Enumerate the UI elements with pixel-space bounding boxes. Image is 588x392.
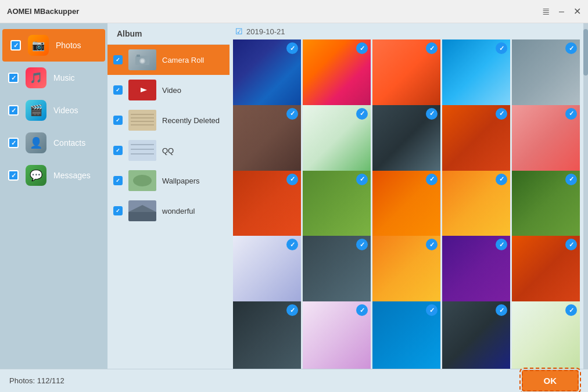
- photo-cell-3[interactable]: ✓: [372, 39, 440, 107]
- photo-cell-24[interactable]: ✓: [442, 301, 510, 369]
- videos-check: [8, 105, 19, 116]
- video-thumb: [128, 80, 156, 100]
- sidebar-item-photos[interactable]: 📷 Photos: [2, 29, 105, 62]
- minimize-icon[interactable]: –: [559, 6, 564, 17]
- qq-check: [113, 146, 123, 155]
- album-item-camera-roll[interactable]: Camera Roll: [107, 45, 230, 75]
- sidebar-item-videos[interactable]: 🎬 Videos: [0, 94, 107, 127]
- photo-cell-1[interactable]: ✓: [233, 39, 301, 107]
- photo-check-9: ✓: [496, 108, 507, 120]
- photo-cell-20[interactable]: ✓: [512, 236, 580, 304]
- music-icon: 🎵: [26, 67, 46, 88]
- ok-button[interactable]: OK: [522, 370, 579, 391]
- svg-point-3: [141, 59, 144, 63]
- photo-cell-11[interactable]: ✓: [233, 171, 301, 239]
- photo-cell-25[interactable]: ✓: [512, 301, 580, 369]
- photo-cell-16[interactable]: ✓: [233, 236, 301, 304]
- date-check-icon: ☑: [235, 27, 243, 36]
- photos-check: [10, 40, 21, 51]
- sidebar-item-contacts[interactable]: 👤 Contacts: [0, 127, 107, 159]
- messages-icon: 💬: [26, 165, 46, 186]
- recently-deleted-label: Recently Deleted: [162, 116, 220, 125]
- album-item-recently-deleted[interactable]: Recently Deleted: [107, 105, 230, 135]
- camera-roll-thumb: [128, 49, 156, 70]
- album-item-wallpapers[interactable]: Wallpapers: [107, 166, 230, 196]
- contacts-icon: 👤: [26, 132, 46, 153]
- status-text: Photos: 112/112: [9, 376, 64, 385]
- album-item-wonderful[interactable]: wonderful: [107, 196, 230, 226]
- photo-check-15: ✓: [565, 174, 577, 185]
- sidebar-label-photos: Photos: [56, 41, 81, 50]
- titlebar: AOMEI MBackupper ≣ – ✕: [0, 0, 588, 23]
- photo-cell-7[interactable]: ✓: [303, 105, 371, 173]
- photo-cell-15[interactable]: ✓: [512, 171, 580, 239]
- svg-rect-18: [128, 212, 156, 221]
- photo-cell-8[interactable]: ✓: [372, 105, 440, 173]
- wonderful-thumb: [128, 200, 156, 221]
- svg-rect-11: [128, 140, 156, 161]
- photo-cell-17[interactable]: ✓: [303, 236, 371, 304]
- photo-cell-6[interactable]: ✓: [233, 105, 301, 173]
- scrollbar[interactable]: [583, 23, 588, 369]
- photo-check-10: ✓: [565, 108, 577, 120]
- photo-cell-23[interactable]: ✓: [372, 301, 440, 369]
- sidebar-label-messages: Messages: [53, 171, 91, 180]
- album-item-video[interactable]: Video: [107, 75, 230, 105]
- svg-point-16: [133, 175, 152, 186]
- videos-icon: 🎬: [26, 100, 46, 121]
- video-label: Video: [162, 86, 181, 95]
- photo-check-8: ✓: [426, 108, 438, 120]
- wonderful-check: [113, 206, 123, 215]
- photo-check-14: ✓: [496, 174, 507, 185]
- wonderful-label: wonderful: [162, 207, 195, 215]
- photo-check-12: ✓: [356, 174, 368, 185]
- recently-deleted-check: [113, 116, 123, 125]
- close-icon[interactable]: ✕: [573, 6, 581, 17]
- photo-cell-18[interactable]: ✓: [372, 236, 440, 304]
- photo-cell-10[interactable]: ✓: [512, 105, 580, 173]
- photo-check-11: ✓: [286, 174, 298, 185]
- photo-cell-5[interactable]: ✓: [512, 39, 580, 107]
- album-header: Album: [107, 23, 230, 45]
- photo-cell-14[interactable]: ✓: [442, 171, 510, 239]
- album-panel: Album Camera Roll: [107, 23, 230, 369]
- photo-cell-4[interactable]: ✓: [442, 39, 510, 107]
- photo-cell-2[interactable]: ✓: [303, 39, 371, 107]
- photo-check-2: ✓: [356, 42, 368, 54]
- photo-cell-12[interactable]: ✓: [303, 171, 371, 239]
- sidebar-label-music: Music: [53, 73, 75, 82]
- photo-cell-13[interactable]: ✓: [372, 171, 440, 239]
- sidebar-label-videos: Videos: [53, 106, 78, 115]
- app-title: AOMEI MBackupper: [7, 7, 79, 16]
- photo-date: 2019-10-21: [246, 27, 285, 36]
- scroll-thumb[interactable]: [583, 29, 588, 75]
- photo-check-6: ✓: [286, 108, 298, 120]
- photo-date-header: ☑ 2019-10-21: [230, 23, 583, 39]
- wallpapers-thumb: [128, 170, 156, 191]
- wallpapers-check: [113, 176, 123, 185]
- photo-cell-21[interactable]: ✓: [233, 301, 301, 369]
- photo-cell-22[interactable]: ✓: [303, 301, 371, 369]
- photo-cell-19[interactable]: ✓: [442, 236, 510, 304]
- video-check: [113, 85, 123, 95]
- sidebar: 📷 Photos 🎵 Music 🎬 Videos 👤 Contacts 💬 M…: [0, 23, 107, 369]
- photo-check-7: ✓: [356, 108, 368, 120]
- album-list: Camera Roll Video: [107, 45, 230, 369]
- photo-check-4: ✓: [496, 42, 507, 54]
- sidebar-item-messages[interactable]: 💬 Messages: [0, 159, 107, 192]
- album-item-qq[interactable]: QQ: [107, 135, 230, 166]
- statusbar: Photos: 112/112 OK: [0, 369, 588, 392]
- qq-label: QQ: [162, 146, 174, 155]
- window-controls: ≣ – ✕: [542, 6, 581, 17]
- photo-panel: ☑ 2019-10-21 ✓ ✓ ✓ ✓ ✓: [230, 23, 583, 369]
- photo-check-13: ✓: [426, 174, 438, 185]
- sidebar-item-music[interactable]: 🎵 Music: [0, 62, 107, 94]
- photo-cell-9[interactable]: ✓: [442, 105, 510, 173]
- music-check: [8, 73, 19, 83]
- sidebar-label-contacts: Contacts: [53, 138, 85, 148]
- camera-roll-label: Camera Roll: [162, 56, 204, 64]
- messages-check: [8, 170, 19, 181]
- menu-icon[interactable]: ≣: [542, 6, 550, 17]
- camera-roll-check: [113, 55, 123, 64]
- photo-check-5: ✓: [565, 42, 577, 54]
